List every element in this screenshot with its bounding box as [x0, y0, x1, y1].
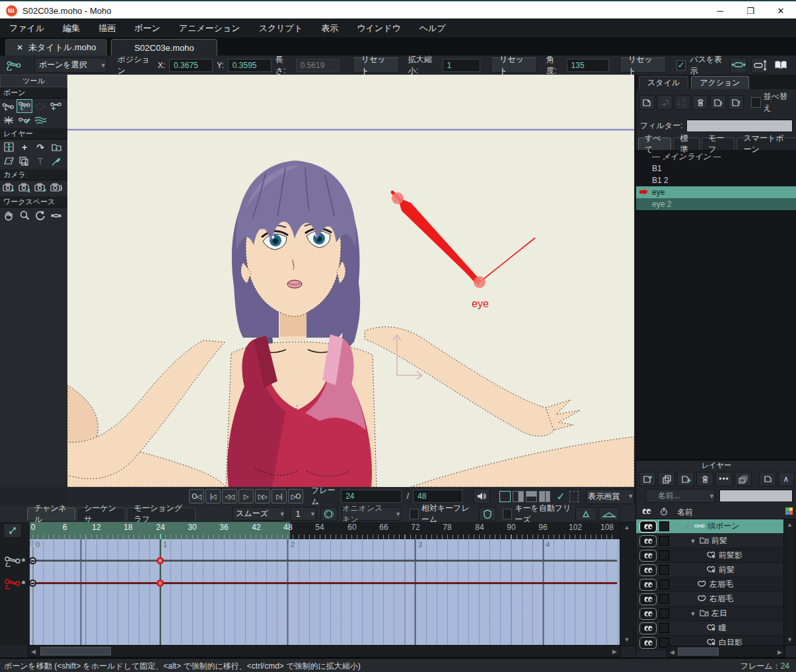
eyes-icon[interactable] [639, 637, 657, 649]
subtab-standard[interactable]: 標準 [673, 137, 700, 150]
bone-wind-tool-icon[interactable] [32, 113, 48, 127]
play-button[interactable]: ▷ [238, 489, 254, 504]
step-dropdown[interactable]: 1 ▼ [290, 507, 316, 521]
duplicate-layer-tool-icon[interactable] [17, 154, 32, 168]
onion-skin-dropdown[interactable]: オニオンスキン ▼ [342, 507, 402, 521]
eyes-icon[interactable] [639, 622, 657, 634]
layer-row-front-hair-shadow[interactable]: 前髪影 [636, 548, 784, 563]
reset-position-button[interactable]: リセット [353, 57, 399, 73]
keyframe[interactable] [157, 557, 164, 564]
expand-timeline-icon[interactable] [3, 523, 22, 538]
maximize-button[interactable]: ❒ [735, 1, 766, 20]
layer-checkbox[interactable] [659, 565, 669, 575]
tab-untitled[interactable]: ✕ 未タイトル.moho [5, 39, 107, 56]
collapse-arrow-icon[interactable]: ▼ [689, 538, 697, 544]
action-up-icon[interactable] [728, 95, 744, 110]
delete-action-icon[interactable] [692, 95, 708, 110]
new-layer-icon[interactable] [639, 472, 656, 486]
menu-help[interactable]: ヘルプ [410, 22, 455, 34]
transform-layer-tool-icon[interactable] [1, 140, 17, 154]
layer-row-front-hair[interactable]: 前髪 [636, 563, 784, 578]
tab-styles[interactable]: スタイル [639, 76, 688, 89]
zoom-camera-tool-icon[interactable] [17, 181, 32, 195]
scroll-down-icon[interactable]: ▼ [620, 636, 633, 643]
bone-pencil-tool-icon[interactable] [17, 113, 32, 127]
eyes-icon[interactable] [639, 521, 657, 533]
rotate-workspace-tool-icon[interactable] [32, 208, 48, 222]
view-quad-icon[interactable] [539, 491, 550, 502]
scale-input[interactable]: 1 [443, 59, 480, 72]
layer-row-left-eye-group[interactable]: ▼ 左目 [636, 607, 784, 621]
safe-area-icon[interactable] [569, 491, 579, 502]
menu-view[interactable]: 表示 [312, 22, 347, 34]
close-tab-icon[interactable]: ✕ [17, 43, 23, 52]
track-camera-tool-icon[interactable] [1, 181, 17, 195]
scroll-left-icon[interactable]: ◀ [31, 648, 36, 655]
keyframe[interactable] [29, 579, 36, 587]
menu-window[interactable]: ウインドウ [347, 22, 410, 34]
view-split-v-icon[interactable] [513, 491, 524, 502]
color-swatch-icon[interactable] [785, 507, 793, 517]
select-bone-tool-icon[interactable] [1, 99, 17, 113]
tab-s02c03e[interactable]: S02C03e.moho [111, 39, 217, 56]
import-layer-tool-icon[interactable] [48, 140, 64, 154]
tab-motion-graph[interactable]: モーショングラフ [127, 507, 196, 521]
tab-actions[interactable]: アクション [691, 76, 748, 89]
scrollbar-thumb[interactable] [678, 648, 719, 655]
display-quality-dropdown[interactable]: 表示画質 ▼ [586, 489, 634, 504]
duplicate-layer-icon[interactable] [658, 472, 675, 486]
layer-checkbox[interactable] [659, 623, 669, 633]
action-row-b1-2[interactable]: B1 2 [636, 174, 796, 186]
reference-layer-icon[interactable] [677, 472, 694, 486]
eyes-icon[interactable] [639, 593, 657, 605]
scroll-right-icon[interactable]: ▶ [778, 649, 782, 655]
tool-select-dropdown[interactable]: ボーンを選択 ▼ [34, 57, 107, 73]
view-split-h-icon[interactable] [526, 491, 537, 502]
zoom-workspace-tool-icon[interactable] [17, 208, 32, 222]
add-bone-tool-icon[interactable] [48, 99, 64, 113]
layer-row-right-eyebrow[interactable]: 右眉毛 [636, 592, 784, 607]
subtab-all[interactable]: すべて [638, 137, 671, 150]
layer-checkbox[interactable] [659, 594, 669, 604]
layer-more-icon[interactable]: ••• [715, 472, 733, 486]
action-row-eye2[interactable]: eye 2 [636, 198, 796, 210]
canvas[interactable]: eye [67, 75, 634, 487]
orbit-workspace-tool-icon[interactable] [48, 208, 64, 222]
pan-workspace-tool-icon[interactable] [1, 208, 17, 222]
y-input[interactable]: 0.3595 [228, 59, 271, 72]
curvature-tool-icon[interactable]: ↷ [32, 140, 48, 154]
timeline-vscrollbar[interactable]: ▲ ▼ [620, 522, 634, 646]
eyes-icon[interactable] [639, 564, 657, 576]
bone-strength-tool-icon[interactable] [1, 113, 17, 127]
scroll-down-icon[interactable]: ▼ [784, 636, 795, 643]
layer-group-icon[interactable] [735, 472, 752, 486]
tab-sequencer[interactable]: シーケンサ [77, 507, 125, 521]
roll-camera-tool-icon[interactable] [32, 181, 48, 195]
collapse-panel-icon[interactable]: ∧ [778, 472, 794, 486]
transform-bone-tool-icon[interactable] [17, 99, 32, 113]
layer-row-front-hair-group[interactable]: ▼ 前髪 [636, 534, 784, 548]
eyes-icon[interactable] [639, 550, 657, 562]
collapse-arrow-icon[interactable]: ▼ [684, 523, 692, 530]
layer-checkbox[interactable] [659, 609, 669, 618]
speaker-icon[interactable] [473, 488, 490, 504]
close-button[interactable]: ✕ [766, 1, 796, 20]
bone-angle-channel-icon[interactable] [4, 578, 21, 591]
bone-stretch-icon[interactable] [751, 57, 768, 73]
layer-row-left-eyebrow[interactable]: 左眉毛 [636, 578, 784, 592]
collapse-arrow-icon[interactable]: ▼ [689, 611, 697, 617]
x-input[interactable]: 0.3675 [169, 59, 213, 72]
scrollbar-thumb[interactable] [40, 647, 111, 655]
action-row-eye[interactable]: eye [636, 186, 796, 198]
new-action-icon[interactable] [639, 95, 655, 110]
layer-row-head-bone[interactable]: ▼ 頭ボーン [636, 519, 784, 534]
eyes-icon[interactable] [639, 608, 657, 620]
manual-icon[interactable] [772, 57, 789, 73]
stereo-check-icon[interactable]: ✓ [556, 490, 565, 503]
reset-scale-button[interactable]: リセット [491, 57, 537, 73]
layers-hscrollbar[interactable]: ◀ ▶ [667, 646, 785, 657]
next-keyframe-button[interactable]: ▷O [288, 489, 303, 504]
pan-tilt-camera-tool-icon[interactable] [48, 181, 64, 195]
reset-angle-button[interactable]: リセット [620, 57, 666, 73]
text-tool-icon[interactable]: T [32, 154, 48, 168]
